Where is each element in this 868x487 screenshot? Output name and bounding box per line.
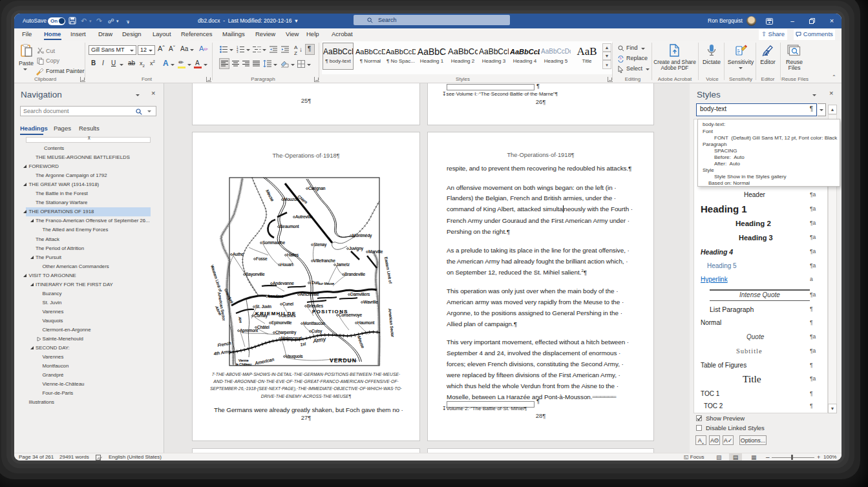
svg-text:b: b	[620, 56, 622, 60]
svg-text:Andevanne: Andevanne	[273, 281, 294, 285]
svg-text:American: American	[254, 357, 275, 366]
svg-text:Aincreville: Aincreville	[300, 292, 319, 296]
svg-text:Stenay: Stenay	[313, 242, 327, 247]
svg-text:POSITIONS: POSITIONS	[312, 309, 348, 315]
svg-text:Montmédy: Montmédy	[352, 233, 372, 238]
svg-text:Epinonville: Epinonville	[271, 320, 292, 326]
svg-text:Damvillers: Damvillers	[350, 292, 370, 296]
svg-text:Villefranche: Villefranche	[313, 258, 335, 263]
svg-text:Bayonville: Bayonville	[246, 272, 265, 277]
svg-text:3: 3	[237, 50, 238, 53]
svg-text:Brieulles: Brieulles	[307, 304, 324, 308]
svg-text:Carignan: Carignan	[308, 186, 326, 191]
svg-text:le Château: le Château	[236, 362, 251, 366]
svg-text:Châtel: Châtel	[257, 325, 270, 329]
svg-text:Cuisy: Cuisy	[312, 329, 323, 334]
svg-text:Houart: Houart	[281, 262, 293, 267]
svg-text:Halles: Halles	[287, 253, 299, 257]
svg-text:Authe: Authe	[233, 252, 244, 256]
svg-text:Wavrille: Wavrille	[363, 300, 378, 304]
svg-text:Vauquois: Vauquois	[286, 354, 303, 359]
svg-text:1st: 1st	[300, 341, 307, 347]
svg-text:-sur Meuse: -sur Meuse	[317, 282, 334, 285]
svg-text:Jametz: Jametz	[336, 262, 350, 267]
svg-text:Apremont: Apremont	[240, 328, 258, 333]
svg-text:Juvigny: Juvigny	[349, 246, 364, 251]
svg-text:Eastern Limit of: Eastern Limit of	[384, 256, 392, 284]
svg-text:Mouzon: Mouzon	[284, 197, 299, 202]
svg-text:Malancourt: Malancourt	[281, 336, 302, 340]
svg-text:Charpentry: Charpentry	[275, 330, 297, 335]
svg-text:Sommauthe: Sommauthe	[262, 240, 285, 245]
svg-text:Haumont: Haumont	[357, 320, 375, 325]
svg-text:Meuse: Meuse	[357, 335, 365, 349]
svg-text:Meuse: Meuse	[265, 189, 275, 202]
svg-text:Grandpré: Grandpré	[224, 288, 234, 304]
svg-text:Cunel: Cunel	[282, 302, 294, 306]
svg-text:Brandeville: Brandeville	[344, 272, 366, 276]
svg-text:Fosse: Fosse	[256, 256, 268, 261]
svg-text:KRIEMHILDE: KRIEMHILDE	[255, 311, 297, 316]
svg-text:VERDUN: VERDUN	[330, 357, 357, 364]
svg-text:Landres: Landres	[268, 294, 284, 298]
svg-text:Marville: Marville	[368, 249, 383, 254]
svg-text:Autreville: Autreville	[295, 214, 313, 219]
svg-text:St. Juvin: St. Juvin	[255, 304, 271, 309]
svg-text:Western Limit of: Western Limit of	[210, 264, 222, 292]
svg-text:American Sector: American Sector	[388, 308, 395, 337]
svg-text:Beaumont: Beaumont	[280, 224, 299, 229]
svg-text:4th Army: 4th Army	[213, 349, 231, 357]
svg-text:Montfaucon: Montfaucon	[303, 321, 325, 326]
svg-text:Aire: Aire	[238, 316, 243, 324]
